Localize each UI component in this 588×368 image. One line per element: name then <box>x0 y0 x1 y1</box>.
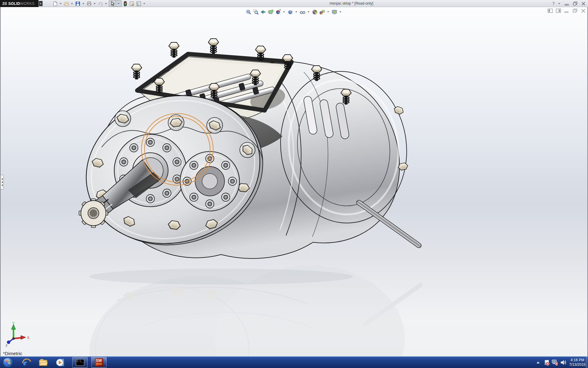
dropdown-caret[interactable] <box>60 3 62 4</box>
collapse-pane-button[interactable] <box>547 8 553 13</box>
solidworks-logo: 3S SOLIDWORKS <box>0 0 39 7</box>
doc-close-button[interactable] <box>580 8 586 13</box>
gearbox-model[interactable] <box>69 39 422 266</box>
taskbar-command-prompt[interactable]: C:\_ <box>72 357 88 368</box>
start-button[interactable] <box>2 357 13 368</box>
volume-icon[interactable] <box>560 359 566 366</box>
arrow-left-icon <box>2 178 3 180</box>
close-button[interactable] <box>581 1 586 6</box>
windows-taskbar: e C:\_ SW 2015 <box>0 356 588 368</box>
model-3d-view[interactable] <box>1 7 588 356</box>
options-button[interactable] <box>136 0 142 7</box>
display-style-icon <box>288 9 293 15</box>
help-dropdown-caret[interactable] <box>558 3 560 4</box>
dropdown-caret[interactable] <box>283 11 285 13</box>
window-controls: ? <box>552 0 586 7</box>
dropdown-caret[interactable] <box>143 3 145 4</box>
apply-scene-button[interactable] <box>319 9 326 15</box>
eyeglasses-icon <box>300 9 306 15</box>
appearance-sphere-icon <box>312 9 318 15</box>
feature-pane-collapsed-tab[interactable] <box>1 175 4 190</box>
display-style-button[interactable] <box>287 9 294 15</box>
arrow-left-icon <box>2 181 3 183</box>
cursor-icon <box>110 1 115 6</box>
new-document-icon <box>52 1 58 6</box>
clock-time: 4:16 PM <box>569 358 586 362</box>
rebuild-button[interactable] <box>122 0 128 7</box>
view-settings-button[interactable] <box>331 9 338 15</box>
view-orientation-icon <box>275 9 281 15</box>
select-tool-button[interactable] <box>109 1 116 6</box>
dropdown-caret[interactable] <box>327 11 329 13</box>
show-hidden-icons-button[interactable] <box>535 359 541 366</box>
traffic-light-icon <box>123 1 128 6</box>
document-window-controls <box>547 8 586 13</box>
help-button[interactable]: ? <box>552 1 555 6</box>
taskbar-windows-explorer[interactable] <box>39 358 48 367</box>
network-icon[interactable] <box>552 359 558 366</box>
arrow-up-icon <box>537 362 540 363</box>
dropdown-caret[interactable] <box>308 11 310 13</box>
brand-text-solid: SOLID <box>8 2 20 6</box>
file-properties-button[interactable] <box>129 0 135 7</box>
apply-scene-icon <box>319 9 325 15</box>
show-desktop-button[interactable] <box>586 357 588 368</box>
zoom-to-area-button[interactable] <box>253 9 259 15</box>
select-tool-group <box>109 0 122 7</box>
action-center-icon[interactable] <box>543 359 549 366</box>
open-document-button[interactable] <box>63 0 70 7</box>
output-flange <box>180 151 239 211</box>
arrow-right-icon <box>40 3 41 5</box>
solidworks-2015-icon: SW 2015 <box>95 358 103 366</box>
taskbar-internet-explorer[interactable]: e <box>22 358 31 367</box>
print-button[interactable] <box>86 0 92 7</box>
title-bar: 3S SOLIDWORKS <box>0 0 588 7</box>
heads-up-toolbar <box>246 9 343 15</box>
taskbar-media-player[interactable] <box>56 358 65 367</box>
view-orientation-label: *Dimetric <box>3 351 22 356</box>
section-view-button[interactable] <box>268 9 274 15</box>
solidworks-window: 3S SOLIDWORKS <box>0 0 588 368</box>
new-document-button[interactable] <box>52 0 58 7</box>
taskbar-solidworks[interactable]: SW 2015 <box>91 357 107 368</box>
command-prompt-icon: C:\_ <box>76 359 84 366</box>
save-floppy-icon <box>75 1 81 6</box>
svg-text:Y: Y <box>12 322 15 325</box>
display-pane-button[interactable] <box>556 8 561 13</box>
clock-date: 7/13/2015 <box>569 362 586 367</box>
dropdown-caret[interactable] <box>296 11 297 13</box>
view-orientation-button[interactable] <box>275 9 281 15</box>
doc-minimize-button[interactable] <box>564 8 570 13</box>
select-tool-dropdown[interactable] <box>116 1 121 6</box>
dropdown-caret[interactable] <box>82 3 84 4</box>
menu-expand-arrow[interactable] <box>39 1 43 6</box>
options-checklist-icon <box>136 1 141 6</box>
undo-button[interactable] <box>97 0 104 7</box>
brand-text-works: WORKS <box>20 2 35 6</box>
doc-restore-button[interactable] <box>572 8 578 13</box>
spline-shaft-end <box>79 199 108 228</box>
document-title: menjac sklop * [Read-only] <box>330 1 373 6</box>
file-properties-icon <box>129 1 135 6</box>
restore-button[interactable] <box>572 1 578 6</box>
dropdown-caret[interactable] <box>71 3 73 4</box>
taskbar-clock[interactable]: 4:16 PM 7/13/2015 <box>569 358 586 367</box>
dropdown-caret[interactable] <box>340 11 341 13</box>
edit-appearance-button[interactable] <box>312 9 318 15</box>
dropdown-caret[interactable] <box>105 3 107 4</box>
dropdown-caret[interactable] <box>94 3 96 4</box>
minimize-button[interactable] <box>564 1 570 6</box>
previous-view-button[interactable] <box>260 9 267 15</box>
save-button[interactable] <box>75 0 81 7</box>
svg-text:X: X <box>27 335 30 340</box>
open-folder-icon <box>64 1 69 6</box>
section-view-icon <box>268 9 274 15</box>
zoom-to-area-icon <box>253 9 259 15</box>
zoom-to-fit-button[interactable] <box>246 9 252 15</box>
graphics-area[interactable]: Y X Z *Dimetric <box>0 7 588 356</box>
previous-view-icon <box>261 9 266 15</box>
orientation-triad: Y X Z <box>2 322 39 348</box>
dassault-3ds-icon: 3S <box>2 1 7 6</box>
system-tray: 4:16 PM 7/13/2015 <box>535 357 586 368</box>
hide-show-items-button[interactable] <box>300 9 306 15</box>
